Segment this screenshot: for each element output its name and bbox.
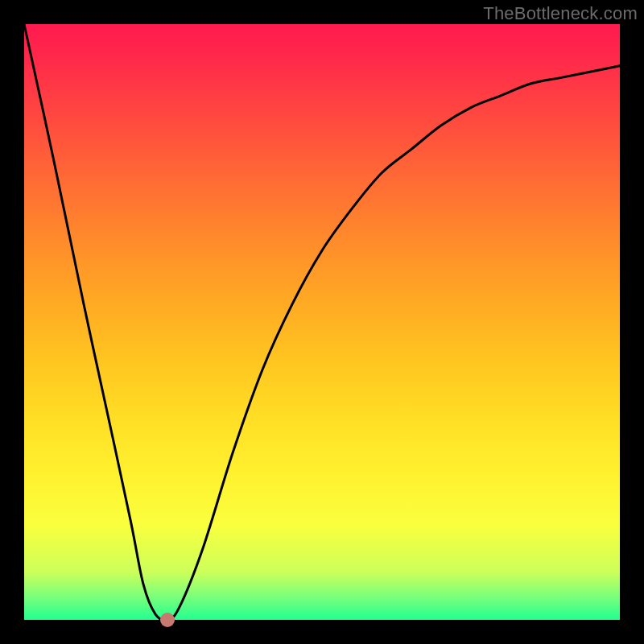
watermark-text: TheBottleneck.com: [483, 3, 638, 24]
curve-svg: [24, 24, 620, 620]
bottleneck-curve: [24, 24, 620, 620]
plot-area: [24, 24, 620, 620]
chart-frame: TheBottleneck.com: [0, 0, 644, 644]
optimum-marker: [160, 613, 175, 627]
